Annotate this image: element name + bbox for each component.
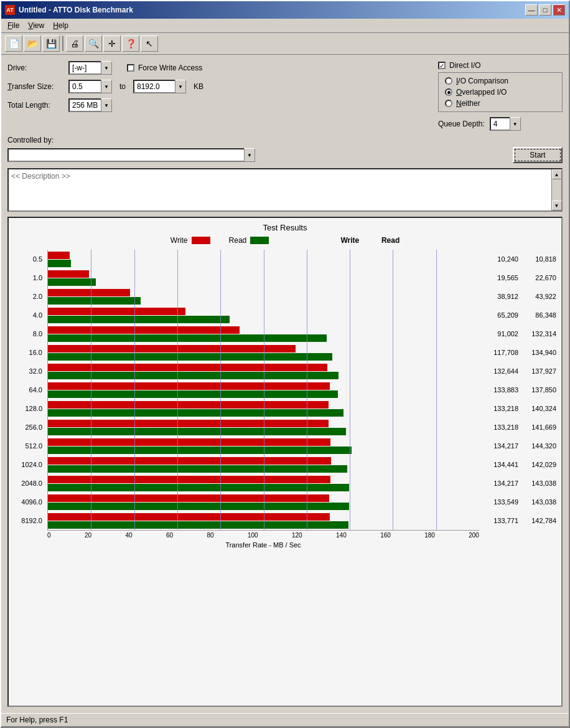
transfer-to-select[interactable]: 8192.0 4096.0 (133, 80, 186, 93)
minimize-button[interactable]: — (525, 4, 538, 16)
scroll-down-button[interactable]: ▼ (552, 201, 562, 210)
size-label: 0.5 (33, 250, 45, 268)
x-axis: 0 20 40 60 80 100 120 140 160 180 200 (47, 530, 479, 540)
print-button[interactable]: 🖨 (66, 35, 83, 52)
write-legend-bar (192, 237, 210, 244)
write-bar (48, 401, 329, 409)
data-row: 133,549143,038 (482, 493, 556, 511)
overlapped-io-label: Overlapped I/O (456, 88, 507, 97)
force-write-checkbox[interactable] (127, 64, 134, 72)
new-button[interactable]: 📄 (5, 35, 22, 52)
save-button[interactable]: 💾 (42, 35, 60, 52)
controlled-by-select[interactable] (7, 148, 255, 162)
data-values: 10,24010,81819,56522,67038,91243,92265,2… (482, 250, 556, 549)
read-legend-bar (250, 237, 269, 244)
transfer-from-select[interactable]: 0.5 1.0 2.0 (68, 80, 112, 93)
neither-radio[interactable] (445, 100, 452, 107)
read-legend: Read (229, 236, 269, 245)
read-value: 43,922 (522, 293, 556, 300)
size-label: 1.0 (33, 268, 45, 287)
read-value: 132,314 (522, 330, 556, 338)
x-label-40: 40 (125, 532, 132, 539)
data-row: 38,91243,922 (482, 287, 556, 306)
pointer-button[interactable]: ↖ (141, 35, 158, 52)
bar-pair (48, 362, 479, 381)
read-value: 143,038 (522, 498, 556, 506)
total-length-wrapper: 256 MB 512 MB 1 GB ▼ (68, 98, 112, 112)
data-row: 91,002132,314 (482, 324, 556, 343)
start-button[interactable]: Start (513, 147, 563, 163)
write-value: 134,217 (484, 480, 518, 487)
read-value: 141,669 (522, 423, 556, 431)
help-button[interactable]: ❓ (122, 35, 139, 52)
description-text: << Description >> (9, 169, 561, 183)
overlapped-io-row: Overlapped I/O (445, 88, 556, 97)
read-bar (48, 353, 332, 361)
force-write-row: Force Write Access (127, 64, 202, 72)
size-label: 8.0 (33, 324, 45, 343)
drive-select[interactable]: [-w-] C: D: (68, 61, 112, 75)
maximize-button[interactable]: □ (539, 4, 551, 16)
bar-pair (48, 455, 479, 474)
read-bar (48, 503, 349, 510)
neither-label: Neither (456, 99, 480, 108)
title-bar-left: AT Untitled - ATTO Disk Benchmark (5, 5, 133, 15)
status-text: For Help, press F1 (6, 716, 68, 724)
write-bar (48, 438, 330, 446)
total-length-label: Total Length: (7, 101, 63, 110)
write-bar (48, 326, 240, 334)
queue-depth-label: Queue Depth: (438, 120, 485, 128)
read-bar (48, 447, 352, 454)
read-value: 137,927 (522, 367, 556, 375)
queue-depth-select[interactable]: 4 1 2 8 (490, 117, 521, 131)
menu-view[interactable]: View (24, 20, 48, 31)
controls-left: Drive: [-w-] C: D: ▼ Force Write Access (7, 61, 426, 112)
preview-button[interactable]: 🔍 (85, 35, 102, 52)
total-length-row: Total Length: 256 MB 512 MB 1 GB ▼ (7, 98, 426, 112)
total-length-select[interactable]: 256 MB 512 MB 1 GB (68, 98, 112, 112)
cross-button[interactable]: ✛ (103, 35, 121, 52)
open-button[interactable]: 📂 (24, 35, 41, 52)
write-value: 133,218 (484, 405, 518, 412)
controlled-by-section: Controlled by: ▼ Start (7, 136, 563, 163)
read-bar (48, 409, 343, 417)
io-options-group: I/O Comparison Overlapped I/O Neither (438, 72, 563, 112)
controlled-by-wrapper: ▼ (7, 148, 255, 162)
read-bar (48, 390, 338, 398)
close-button[interactable]: ✕ (553, 4, 565, 16)
app-icon: AT (5, 5, 15, 15)
io-comparison-radio[interactable] (445, 77, 452, 85)
scroll-up-button[interactable]: ▲ (552, 169, 562, 179)
controlled-by-row: Controlled by: (7, 136, 563, 144)
menu-help[interactable]: Help (49, 20, 72, 31)
size-label: 2048.0 (21, 474, 45, 493)
write-bar (48, 308, 185, 315)
write-value: 65,209 (484, 311, 518, 319)
size-label: 8192.0 (21, 511, 45, 530)
title-buttons: — □ ✕ (525, 4, 565, 16)
menu-file[interactable]: File (4, 20, 23, 31)
transfer-unit: KB (194, 82, 203, 91)
write-legend: Write (171, 236, 210, 245)
read-bar (48, 278, 96, 286)
direct-io-checkbox[interactable]: ✓ (438, 62, 446, 69)
read-bar (48, 372, 339, 379)
data-row: 133,883137,850 (482, 381, 556, 399)
bar-pair (48, 324, 479, 343)
bar-pair (48, 306, 479, 324)
read-value: 144,320 (522, 442, 556, 450)
x-label-0: 0 (47, 532, 51, 539)
write-bar (48, 345, 296, 352)
write-bar (48, 476, 330, 483)
read-bar (48, 316, 230, 323)
write-value: 38,912 (484, 293, 518, 300)
write-value: 133,218 (484, 423, 518, 431)
data-row: 134,217143,038 (482, 474, 556, 493)
transfer-size-label: Transfer Size: (7, 82, 63, 91)
write-bar (48, 270, 89, 278)
io-comparison-label: I/O Comparison (456, 77, 508, 85)
results-title: Test Results (14, 223, 556, 232)
transfer-from-wrapper: 0.5 1.0 2.0 ▼ (68, 80, 112, 93)
overlapped-io-radio[interactable] (445, 88, 452, 96)
bar-pair (48, 381, 479, 399)
